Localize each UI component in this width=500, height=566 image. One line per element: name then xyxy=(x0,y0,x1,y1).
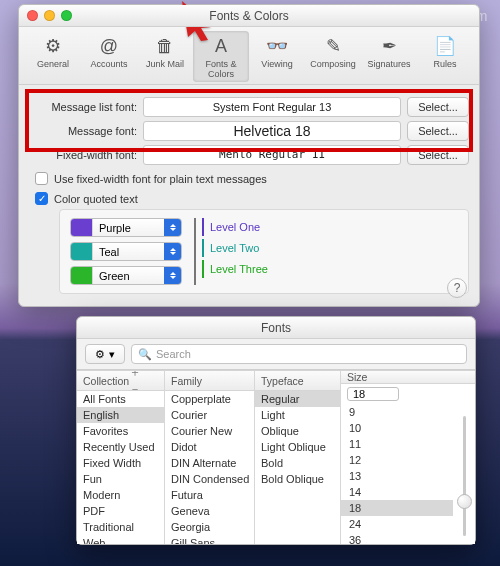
tab-rules[interactable]: 📄Rules xyxy=(417,31,473,82)
color-popup-teal[interactable]: Teal xyxy=(70,242,182,261)
fonts-toolbar: ⚙︎ ▾ 🔍 Search xyxy=(77,339,475,370)
chevron-updown-icon xyxy=(164,219,181,236)
tab-label: Signatures xyxy=(361,59,417,69)
list-item[interactable]: 13 xyxy=(341,468,453,484)
list-item[interactable]: 9 xyxy=(341,404,453,420)
list-item[interactable]: Oblique xyxy=(255,423,340,439)
list-item[interactable]: 14 xyxy=(341,484,453,500)
message-font-label: Message font: xyxy=(29,125,137,137)
select-fixed-font-button[interactable]: Select... xyxy=(407,145,469,165)
quote-level-sample: Level Two xyxy=(202,239,268,257)
list-item[interactable]: Traditional xyxy=(77,519,164,535)
zoom-icon[interactable] xyxy=(61,10,72,21)
list-item[interactable]: Courier xyxy=(165,407,254,423)
checkbox-icon xyxy=(35,172,48,185)
use-fixed-width-checkbox[interactable]: Use fixed-width font for plain text mess… xyxy=(35,172,469,185)
list-item[interactable]: PDF xyxy=(77,503,164,519)
color-popup-green[interactable]: Green xyxy=(70,266,182,285)
tab-composing[interactable]: ✎Composing xyxy=(305,31,361,82)
color-swatch-icon xyxy=(71,267,93,284)
close-icon[interactable] xyxy=(27,10,38,21)
list-item[interactable]: 10 xyxy=(341,420,453,436)
list-item[interactable]: Web xyxy=(77,535,164,544)
tab-label: Rules xyxy=(417,59,473,69)
list-item[interactable]: Light xyxy=(255,407,340,423)
list-item[interactable]: Futura xyxy=(165,487,254,503)
message-font-field: Helvetica 18 xyxy=(143,121,401,141)
list-item[interactable]: DIN Alternate xyxy=(165,455,254,471)
list-item[interactable]: Fun xyxy=(77,471,164,487)
size-input[interactable] xyxy=(347,387,399,401)
window-controls xyxy=(27,10,72,21)
tab-fonts-colors[interactable]: AFonts & Colors xyxy=(193,31,249,82)
list-item[interactable]: Georgia xyxy=(165,519,254,535)
tab-label: Junk Mail xyxy=(137,59,193,69)
fixed-width-font-field: Menlo Regular 11 xyxy=(143,145,401,165)
tab-label: Composing xyxy=(305,59,361,69)
color-popup-purple[interactable]: Purple xyxy=(70,218,182,237)
list-item[interactable]: 18 xyxy=(341,500,453,516)
list-item[interactable]: Gill Sans xyxy=(165,535,254,544)
quote-level-sample: Level One xyxy=(202,218,268,236)
fixed-width-font-row: Fixed-width font: Menlo Regular 11 Selec… xyxy=(29,145,469,165)
list-item[interactable]: Copperplate xyxy=(165,391,254,407)
tab-accounts[interactable]: @Accounts xyxy=(81,31,137,82)
list-item[interactable]: 11 xyxy=(341,436,453,452)
fixed-width-font-label: Fixed-width font: xyxy=(29,149,137,161)
color-name: Teal xyxy=(99,246,119,258)
list-item[interactable]: Didot xyxy=(165,439,254,455)
collection-column: Collection＋ － All FontsEnglishFavoritesR… xyxy=(77,371,165,544)
titlebar: Fonts & Colors xyxy=(19,5,479,27)
chevron-updown-icon xyxy=(164,243,181,260)
tab-junk-mail[interactable]: 🗑Junk Mail xyxy=(137,31,193,82)
color-quoted-checkbox[interactable]: ✓ Color quoted text xyxy=(35,192,469,205)
typeface-header: Typeface xyxy=(261,375,304,387)
select-list-font-button[interactable]: Select... xyxy=(407,97,469,117)
search-placeholder: Search xyxy=(156,348,191,360)
search-input[interactable]: 🔍 Search xyxy=(131,344,467,364)
tab-general[interactable]: ⚙General xyxy=(25,31,81,82)
list-item[interactable]: Modern xyxy=(77,487,164,503)
list-item[interactable]: Geneva xyxy=(165,503,254,519)
tab-icon: 🗑 xyxy=(137,33,193,59)
list-item[interactable]: All Fonts xyxy=(77,391,164,407)
slider-knob-icon[interactable] xyxy=(457,494,472,509)
color-swatch-icon xyxy=(71,243,93,260)
tab-icon: 📄 xyxy=(417,33,473,59)
minimize-icon[interactable] xyxy=(44,10,55,21)
list-item[interactable]: Bold xyxy=(255,455,340,471)
list-item[interactable]: Recently Used xyxy=(77,439,164,455)
list-item[interactable]: English xyxy=(77,407,164,423)
collection-header: Collection xyxy=(83,375,129,387)
list-item[interactable]: Courier New xyxy=(165,423,254,439)
list-item[interactable]: Favorites xyxy=(77,423,164,439)
tab-label: Viewing xyxy=(249,59,305,69)
color-name: Green xyxy=(99,270,130,282)
select-message-font-button[interactable]: Select... xyxy=(407,121,469,141)
use-fixed-width-label: Use fixed-width font for plain text mess… xyxy=(54,173,267,185)
preferences-window: Fonts & Colors ⚙General@Accounts🗑Junk Ma… xyxy=(18,4,480,307)
list-item[interactable]: Light Oblique xyxy=(255,439,340,455)
gear-menu-button[interactable]: ⚙︎ ▾ xyxy=(85,344,125,364)
message-list-font-row: Message list font: System Font Regular 1… xyxy=(29,97,469,117)
help-button[interactable]: ? xyxy=(447,278,467,298)
tab-label: Fonts & Colors xyxy=(193,59,249,79)
window-title: Fonts & Colors xyxy=(209,9,288,23)
list-item[interactable]: 36 xyxy=(341,532,453,544)
list-item[interactable]: 12 xyxy=(341,452,453,468)
tab-icon: @ xyxy=(81,33,137,59)
checkbox-icon: ✓ xyxy=(35,192,48,205)
message-list-font-label: Message list font: xyxy=(29,101,137,113)
typeface-column: Typeface RegularLightObliqueLight Obliqu… xyxy=(255,371,341,544)
tab-icon: ✎ xyxy=(305,33,361,59)
tab-signatures[interactable]: ✒Signatures xyxy=(361,31,417,82)
size-slider[interactable] xyxy=(453,404,475,544)
list-item[interactable]: Bold Oblique xyxy=(255,471,340,487)
list-item[interactable]: 24 xyxy=(341,516,453,532)
list-item[interactable]: Regular xyxy=(255,391,340,407)
tab-viewing[interactable]: 👓Viewing xyxy=(249,31,305,82)
list-item[interactable]: DIN Condensed xyxy=(165,471,254,487)
list-item[interactable]: Fixed Width xyxy=(77,455,164,471)
fonts-titlebar: Fonts xyxy=(77,317,475,339)
fonts-title: Fonts xyxy=(261,321,291,335)
